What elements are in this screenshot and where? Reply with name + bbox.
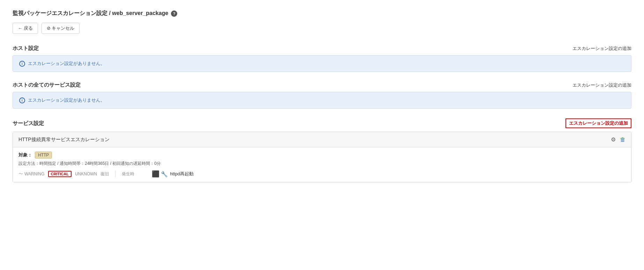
- host-service-section-title: ホストの全てのサービス設定: [13, 82, 81, 88]
- host-empty-message: エスカレーション設定がありません。: [28, 60, 105, 67]
- host-service-empty-message: エスカレーション設定がありません。: [28, 97, 105, 103]
- delete-icon[interactable]: 🗑: [620, 137, 626, 143]
- host-section-title: ホスト設定: [13, 45, 39, 52]
- service-add-escalation-link[interactable]: エスカレーション設定の追加: [566, 118, 631, 128]
- escalation-title: HTTP接続異常サービスエスカレーション: [18, 137, 110, 143]
- escalation-card-body: 対象： HTTP 設定方法：時間指定 / 通知時間帯：24時間365日 / 初回…: [13, 147, 631, 182]
- toolbar: ← 戻る ⊘ キャンセル: [13, 23, 631, 34]
- host-section: ホスト設定 エスカレーション設定の追加 i エスカレーション設定がありません。: [13, 45, 631, 72]
- info-icon: i: [19, 61, 25, 67]
- run-icon: 🔧: [161, 171, 168, 177]
- action-label: httpd再起動: [170, 171, 194, 177]
- wave-icon: 〜: [18, 171, 23, 177]
- occurrence-label: 発生時: [122, 171, 134, 177]
- terminal-icon-group: ⬛ 🔧: [152, 170, 168, 178]
- recovery-label: 復旧: [100, 171, 109, 177]
- service-section: サービス設定 エスカレーション設定の追加 HTTP接続異常サービスエスカレーショ…: [13, 118, 631, 182]
- host-service-section-header: ホストの全てのサービス設定 エスカレーション設定の追加: [13, 82, 631, 88]
- settings-row: 設定方法：時間指定 / 通知時間帯：24時間365日 / 初回通知の遅延時間：0…: [18, 161, 626, 167]
- help-icon[interactable]: ?: [171, 10, 177, 17]
- host-section-header: ホスト設定 エスカレーション設定の追加: [13, 45, 631, 52]
- info-icon-2: i: [19, 97, 25, 103]
- status-occurrence: 発生時: [122, 171, 134, 177]
- terminal-icon: ⬛: [152, 170, 159, 178]
- target-row: 対象： HTTP: [18, 152, 626, 159]
- host-service-empty-box: i エスカレーション設定がありません。: [13, 92, 631, 109]
- unknown-label: UNKNOWN: [75, 172, 97, 176]
- escalation-card: HTTP接続異常サービスエスカレーション ⚙ 🗑 対象： HTTP 設定方法：時…: [13, 132, 631, 182]
- status-warning: 〜 WARNING: [18, 171, 45, 177]
- service-section-title: サービス設定: [13, 120, 44, 127]
- title-text: 監視パッケージエスカレーション設定 / web_server_package: [13, 10, 168, 17]
- status-unknown: UNKNOWN: [75, 172, 97, 176]
- page-container: 監視パッケージエスカレーション設定 / web_server_package ?…: [0, 0, 644, 202]
- status-recovery: 復旧: [100, 171, 109, 177]
- host-service-section: ホストの全てのサービス設定 エスカレーション設定の追加 i エスカレーション設定…: [13, 82, 631, 109]
- status-row: 〜 WARNING CRITICAL UNKNOWN 復旧: [18, 170, 626, 178]
- target-label: 対象：: [18, 152, 32, 158]
- service-section-header: サービス設定 エスカレーション設定の追加: [13, 118, 631, 128]
- status-separator: [115, 171, 115, 177]
- settings-icon[interactable]: ⚙: [611, 136, 616, 143]
- status-critical-badge: CRITICAL: [48, 171, 72, 177]
- back-button[interactable]: ← 戻る: [13, 23, 38, 34]
- card-icons: ⚙ 🗑: [611, 136, 626, 143]
- warning-label: WARNING: [24, 172, 45, 176]
- page-title: 監視パッケージエスカレーション設定 / web_server_package ?: [13, 10, 631, 17]
- host-empty-box: i エスカレーション設定がありません。: [13, 55, 631, 72]
- action-group: ⬛ 🔧 httpd再起動: [152, 170, 194, 178]
- host-service-add-escalation-link[interactable]: エスカレーション設定の追加: [572, 82, 631, 88]
- target-tag: HTTP: [35, 152, 52, 159]
- cancel-button[interactable]: ⊘ キャンセル: [42, 23, 80, 34]
- escalation-card-header: HTTP接続異常サービスエスカレーション ⚙ 🗑: [13, 132, 631, 147]
- host-add-escalation-link[interactable]: エスカレーション設定の追加: [572, 45, 631, 52]
